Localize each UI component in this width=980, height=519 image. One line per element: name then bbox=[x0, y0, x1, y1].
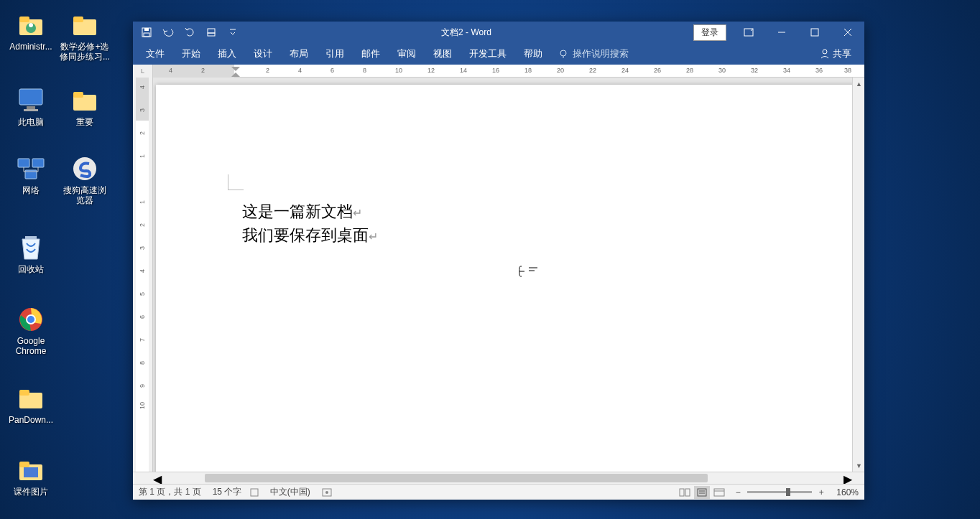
title-bar: 文档2 - Word 登录 bbox=[133, 22, 864, 43]
zoom-in-button[interactable]: + bbox=[816, 487, 826, 497]
horizontal-ruler[interactable]: L 4 2 2 4 6 8 10 12 14 16 18 20 22 24 26… bbox=[133, 65, 864, 78]
text-cursor-pointer bbox=[519, 266, 540, 277]
desktop-icon-administrator[interactable]: Administr... bbox=[6, 11, 56, 52]
svg-rect-25 bbox=[144, 28, 149, 31]
editor-area: 4 3 2 1 1 2 3 4 5 6 7 8 9 10 这是一篇新文档↵ 我们… bbox=[133, 78, 864, 472]
tab-view[interactable]: 视图 bbox=[425, 43, 461, 65]
desktop-icon-label: 网络 bbox=[22, 185, 40, 195]
svg-rect-43 bbox=[685, 489, 690, 496]
tab-review[interactable]: 审阅 bbox=[389, 43, 425, 65]
zoom-level[interactable]: 160% bbox=[836, 487, 859, 497]
tab-file[interactable]: 文件 bbox=[137, 43, 173, 65]
horizontal-scrollbar[interactable]: ◀ ▶ bbox=[133, 472, 864, 484]
hscroll-track[interactable] bbox=[162, 472, 843, 484]
desktop-icon-recycle-bin[interactable]: 回收站 bbox=[6, 233, 56, 274]
svg-rect-10 bbox=[73, 92, 83, 98]
qat-more-button[interactable] bbox=[226, 26, 239, 39]
vscroll-track[interactable] bbox=[853, 90, 864, 459]
svg-rect-7 bbox=[27, 106, 35, 109]
svg-rect-6 bbox=[19, 89, 42, 105]
desktop-icon-label: Administr... bbox=[9, 42, 52, 52]
desktop-icon-this-pc[interactable]: 此电脑 bbox=[6, 86, 56, 127]
svg-rect-31 bbox=[811, 29, 818, 36]
minimize-button[interactable] bbox=[765, 22, 798, 43]
close-button[interactable] bbox=[831, 22, 864, 43]
scroll-up-button[interactable]: ▲ bbox=[853, 78, 864, 90]
desktop-icon-folder-courseware-images[interactable]: 课件图片 bbox=[6, 456, 56, 497]
status-word-count[interactable]: 15 个字 bbox=[213, 486, 259, 498]
tab-home[interactable]: 开始 bbox=[173, 43, 209, 65]
svg-rect-1 bbox=[19, 17, 29, 22]
zoom-thumb[interactable] bbox=[786, 488, 790, 496]
status-page[interactable]: 第 1 页，共 1 页 bbox=[139, 486, 201, 498]
paragraph-mark-icon: ↵ bbox=[369, 230, 378, 243]
svg-point-18 bbox=[27, 316, 34, 323]
ribbon-tabs: 文件 开始 插入 设计 布局 引用 邮件 审阅 视图 开发工具 帮助 操作说明搜… bbox=[133, 43, 864, 65]
scroll-right-button[interactable]: ▶ bbox=[843, 472, 852, 484]
desktop-icon-label: 搜狗高速浏览器 bbox=[60, 185, 110, 206]
view-buttons bbox=[677, 486, 727, 499]
svg-rect-12 bbox=[32, 159, 44, 167]
svg-rect-5 bbox=[73, 17, 83, 22]
desktop-icon-label: 课件图片 bbox=[14, 487, 48, 497]
svg-rect-20 bbox=[19, 390, 29, 396]
person-icon bbox=[820, 49, 830, 59]
view-read-mode-button[interactable] bbox=[677, 486, 693, 499]
tab-references[interactable]: 引用 bbox=[317, 43, 353, 65]
tell-me-search[interactable]: 操作说明搜索 bbox=[558, 47, 629, 60]
desktop-icon-folder-pandown[interactable]: PanDown... bbox=[6, 384, 56, 425]
spellcheck-icon bbox=[250, 488, 259, 497]
tab-insert[interactable]: 插入 bbox=[209, 43, 245, 65]
tab-design[interactable]: 设计 bbox=[245, 43, 281, 65]
page-scroll-area[interactable]: 这是一篇新文档↵ 我们要保存到桌面↵ bbox=[153, 78, 852, 472]
window-title: 文档2 - Word bbox=[239, 27, 693, 39]
qat-customize-button[interactable] bbox=[205, 26, 218, 39]
desktop-icon-label: Google Chrome bbox=[6, 336, 56, 357]
share-button[interactable]: 共享 bbox=[820, 47, 860, 60]
svg-rect-23 bbox=[24, 467, 38, 477]
svg-rect-44 bbox=[698, 489, 706, 496]
folder-icon bbox=[70, 11, 99, 39]
zoom-out-button[interactable]: − bbox=[733, 487, 743, 497]
vertical-ruler[interactable]: 4 3 2 1 1 2 3 4 5 6 7 8 9 10 bbox=[133, 78, 153, 472]
svg-point-3 bbox=[29, 23, 33, 27]
desktop-icon-label: 回收站 bbox=[18, 264, 44, 274]
computer-icon bbox=[17, 86, 45, 115]
zoom-track[interactable] bbox=[747, 491, 812, 493]
scroll-left-button[interactable]: ◀ bbox=[153, 472, 162, 484]
hscroll-thumb[interactable] bbox=[205, 474, 708, 482]
paragraph-mark-icon: ↵ bbox=[353, 207, 362, 219]
document-content[interactable]: 这是一篇新文档↵ 我们要保存到桌面↵ bbox=[242, 200, 378, 247]
desktop-icon-sogou-browser[interactable]: 搜狗高速浏览器 bbox=[60, 154, 110, 206]
tab-mailings[interactable]: 邮件 bbox=[353, 43, 389, 65]
maximize-button[interactable] bbox=[798, 22, 831, 43]
folder-icon bbox=[70, 86, 99, 115]
document-page[interactable]: 这是一篇新文档↵ 我们要保存到桌面↵ bbox=[156, 85, 852, 472]
svg-rect-39 bbox=[251, 489, 258, 496]
scroll-down-button[interactable]: ▼ bbox=[853, 459, 864, 472]
desktop-icon-folder-important[interactable]: 重要 bbox=[60, 86, 110, 127]
recycle-bin-icon bbox=[17, 233, 45, 262]
status-macro-icon[interactable] bbox=[322, 488, 332, 497]
status-language[interactable]: 中文(中国) bbox=[270, 486, 310, 498]
desktop-icon-label: PanDown... bbox=[9, 415, 53, 425]
folder-icon bbox=[17, 456, 45, 485]
tab-developer[interactable]: 开发工具 bbox=[461, 43, 515, 65]
view-web-layout-button[interactable] bbox=[711, 486, 727, 499]
login-button[interactable]: 登录 bbox=[693, 24, 726, 41]
desktop-icon-chrome[interactable]: Google Chrome bbox=[6, 305, 56, 357]
save-button[interactable] bbox=[140, 26, 153, 39]
vertical-scrollbar[interactable]: ▲ ▼ bbox=[852, 78, 864, 472]
svg-rect-42 bbox=[680, 489, 684, 496]
word-window: 文档2 - Word 登录 文件 开始 插入 设计 布局 引用 邮件 审阅 视图… bbox=[133, 22, 864, 500]
ribbon-display-options-button[interactable] bbox=[732, 22, 765, 43]
tab-layout[interactable]: 布局 bbox=[281, 43, 317, 65]
desktop-icon-folder-math[interactable]: 数学必修+选修同步练习... bbox=[60, 11, 110, 62]
desktop-icon-network[interactable]: 网络 bbox=[6, 154, 56, 195]
redo-button[interactable] bbox=[183, 26, 196, 39]
undo-button[interactable] bbox=[162, 26, 175, 39]
svg-rect-47 bbox=[714, 489, 724, 496]
network-icon bbox=[17, 154, 45, 183]
view-print-layout-button[interactable] bbox=[694, 486, 710, 499]
tab-help[interactable]: 帮助 bbox=[515, 43, 551, 65]
